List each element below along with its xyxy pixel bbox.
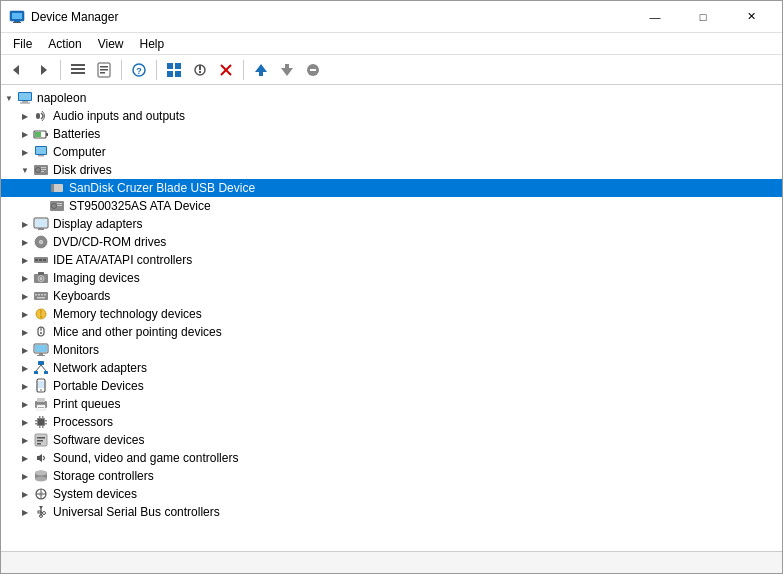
tree-item-sound[interactable]: Sound, video and game controllers [1,449,782,467]
tree-item-storage[interactable]: Storage controllers [1,467,782,485]
storage-expander[interactable] [17,468,33,484]
sound-icon [33,450,49,466]
sound-expander[interactable] [17,450,33,466]
dvd-icon [33,234,49,250]
audio-expander[interactable] [17,108,33,124]
computer-expander[interactable] [17,144,33,160]
menu-help[interactable]: Help [132,35,173,53]
root-expander[interactable] [1,90,17,106]
tree-item-st9500[interactable]: ST9500325AS ATA Device [1,197,782,215]
scan-button[interactable] [188,58,212,82]
list-button[interactable] [66,58,90,82]
rollback-button[interactable] [275,58,299,82]
svg-rect-51 [35,219,47,227]
dvd-expander[interactable] [17,234,33,250]
svg-point-88 [40,389,42,391]
disable-button[interactable] [301,58,325,82]
disk-expander[interactable] [17,162,33,178]
st9500-icon [49,198,65,214]
tree-item-mice[interactable]: Mice and other pointing devices [1,323,782,341]
svg-point-121 [43,512,46,515]
tree-root[interactable]: napoleon [1,89,782,107]
svg-point-21 [199,70,201,72]
svg-marker-4 [13,65,19,75]
svg-rect-42 [41,169,46,170]
svg-rect-7 [71,68,85,70]
svg-rect-8 [71,72,85,74]
system-expander[interactable] [17,486,33,502]
tree-item-processors[interactable]: Processors [1,413,782,431]
svg-rect-35 [35,132,41,137]
tree-item-computer[interactable]: Computer [1,143,782,161]
tree-item-usb[interactable]: Universal Serial Bus controllers [1,503,782,521]
tree-item-keyboards[interactable]: Keyboards [1,287,782,305]
ide-expander[interactable] [17,252,33,268]
help-button[interactable]: ? [127,58,151,82]
tree-item-memory[interactable]: ! Memory technology devices [1,305,782,323]
tree-item-sandisk[interactable]: SanDisk Cruzer Blade USB Device [1,179,782,197]
tree-item-portable[interactable]: Portable Devices [1,377,782,395]
software-expander[interactable] [17,432,33,448]
tree-item-audio[interactable]: Audio inputs and outputs [1,107,782,125]
svg-rect-38 [38,155,44,157]
processors-icon [33,414,49,430]
usb-icon [33,504,49,520]
menu-file[interactable]: File [5,35,40,53]
svg-rect-95 [35,420,37,422]
tree-item-network[interactable]: Network adapters [1,359,782,377]
monitors-expander[interactable] [17,342,33,358]
svg-rect-90 [37,398,45,402]
tree-item-imaging[interactable]: Imaging devices [1,269,782,287]
view-button[interactable] [162,58,186,82]
toolbar-sep-1 [60,60,61,80]
tree-item-print[interactable]: Print queues [1,395,782,413]
close-button[interactable]: ✕ [728,1,774,33]
uninstall-button[interactable] [214,58,238,82]
svg-point-55 [40,241,42,243]
svg-rect-64 [34,292,48,300]
usb-expander[interactable] [17,504,33,520]
forward-button[interactable] [31,58,55,82]
svg-rect-83 [44,371,48,374]
menu-view[interactable]: View [90,35,132,53]
system-label: System devices [53,487,137,501]
svg-rect-68 [44,294,46,296]
menu-action[interactable]: Action [40,35,89,53]
tree-item-batteries[interactable]: Batteries [1,125,782,143]
monitors-icon [33,342,49,358]
tree-item-ide[interactable]: IDE ATA/ATAPI controllers [1,251,782,269]
tree-item-display[interactable]: Display adapters [1,215,782,233]
svg-rect-27 [310,69,316,71]
svg-line-85 [41,365,46,371]
memory-expander[interactable] [17,306,33,322]
computer-icon [17,90,33,106]
processors-label: Processors [53,415,113,429]
device-tree[interactable]: napoleon Audio inputs and outputs [1,85,782,551]
disk-icon [33,162,49,178]
keyboards-expander[interactable] [17,288,33,304]
minimize-button[interactable]: — [632,1,678,33]
audio-icon [33,108,49,124]
svg-point-111 [35,471,47,476]
portable-expander[interactable] [17,378,33,394]
display-expander[interactable] [17,216,33,232]
tree-item-disk[interactable]: Disk drives [1,161,782,179]
print-expander[interactable] [17,396,33,412]
tree-item-system[interactable]: System devices [1,485,782,503]
svg-rect-102 [42,426,44,428]
imaging-expander[interactable] [17,270,33,286]
network-expander[interactable] [17,360,33,376]
tree-item-dvd[interactable]: DVD/CD-ROM drives [1,233,782,251]
properties-button[interactable] [92,58,116,82]
batteries-expander[interactable] [17,126,33,142]
tree-item-software[interactable]: Software devices [1,431,782,449]
svg-rect-1 [12,13,22,19]
update-driver-button[interactable] [249,58,273,82]
tree-item-monitors[interactable]: Monitors [1,341,782,359]
back-button[interactable] [5,58,29,82]
maximize-button[interactable]: □ [680,1,726,33]
processors-expander[interactable] [17,414,33,430]
usb-label: Universal Serial Bus controllers [53,505,220,519]
mice-expander[interactable] [17,324,33,340]
imaging-icon [33,270,49,286]
